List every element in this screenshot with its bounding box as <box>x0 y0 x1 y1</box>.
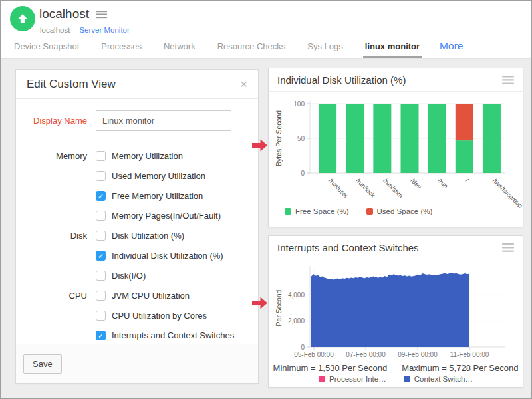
checkbox-label-jvm-cpu-utilization[interactable]: JVM CPU Utilization <box>112 291 190 301</box>
disk-chart-arrow <box>251 138 268 152</box>
svg-text:Per Second: Per Second <box>275 289 283 326</box>
tab-device-snapshot[interactable]: Device Snapshot <box>12 41 81 58</box>
group-label-disk: Disk <box>16 231 96 241</box>
legend-item-used-space[interactable]: Used Space (%) <box>366 207 433 215</box>
interrupts-card: Interrupts and Context Switches 02,0004,… <box>268 235 523 388</box>
checkbox-memory-pages-in-out-fault[interactable] <box>96 211 106 221</box>
legend-item-context-switch[interactable]: Context Switch… <box>404 375 473 383</box>
svg-text:100: 100 <box>293 100 305 108</box>
breadcrumb: localhost Server Monitor <box>40 26 130 34</box>
minimum-value: Minimum = 1,530 Per Second <box>273 363 388 373</box>
svg-text:Bytes Per Second: Bytes Per Second <box>275 110 283 166</box>
svg-text:/run: /run <box>437 177 450 190</box>
monitor-status-icon <box>10 6 35 31</box>
interrupts-chart-legend: Processor Inte…Context Switch… <box>269 375 523 383</box>
svg-text:/run/lock: /run/lock <box>354 177 376 199</box>
svg-text:/run/shm: /run/shm <box>382 177 404 200</box>
svg-text:05-Feb 00:00: 05-Feb 00:00 <box>294 351 334 358</box>
checkbox-free-memory-utilization[interactable]: ✓ <box>96 191 106 201</box>
group-label-memory: Memory <box>16 151 96 161</box>
disk-chart-menu-icon[interactable] <box>502 76 514 84</box>
legend-swatch <box>404 376 410 382</box>
checkbox-disk-i-o[interactable] <box>96 271 106 281</box>
disk-utilization-card: Individual Disk Utilization (%) 050100By… <box>268 68 523 227</box>
maximum-value: Maximum = 5,728 Per Second <box>402 363 518 373</box>
metric-row-individual-disk-utilization: ✓Individual Disk Utilization (%) <box>16 245 258 265</box>
metric-row-cpu-utilization-by-cores: CPU Utilization by Cores <box>16 305 258 325</box>
save-button[interactable]: Save <box>23 354 62 374</box>
checkbox-label-cpu-utilization-by-cores[interactable]: CPU Utilization by Cores <box>112 311 207 321</box>
tab-bar: Device SnapshotProcessesNetworkResource … <box>12 40 463 58</box>
up-arrow-icon <box>16 12 29 25</box>
legend-label: Processor Inte… <box>329 375 386 383</box>
metric-row-used-memory-utilization: Used Memory Utilization <box>16 166 258 186</box>
checkbox-jvm-cpu-utilization[interactable] <box>96 291 106 301</box>
interrupts-chart-plot: 02,0004,000Per Second05-Feb 00:0007-Feb … <box>273 262 515 361</box>
display-name-label: Display Name <box>16 116 96 126</box>
breadcrumb-server-monitor-link[interactable]: Server Monitor <box>79 26 129 34</box>
checkbox-label-disk-i-o[interactable]: Disk(I/O) <box>112 271 146 281</box>
tab-processes[interactable]: Processes <box>99 41 144 58</box>
tab-resource-checks[interactable]: Resource Checks <box>215 41 288 58</box>
svg-text:/sys/fs/cgroup: /sys/fs/cgroup <box>491 177 524 209</box>
metric-row-memory-utilization: MemoryMemory Utilization <box>16 146 258 166</box>
breadcrumb-host: localhost <box>40 26 70 34</box>
tab-linux-monitor[interactable]: linux monitor <box>363 41 422 58</box>
checkbox-label-interrupts-and-context-switches[interactable]: Interrupts and Context Switches <box>112 331 234 340</box>
tab-network[interactable]: Network <box>162 41 198 58</box>
interrupts-chart-title: Interrupts and Context Switches <box>277 242 419 253</box>
svg-text:/: / <box>464 177 471 184</box>
checkbox-label-free-memory-utilization[interactable]: Free Memory Utilization <box>112 191 203 201</box>
edit-custom-view-dialog: Edit Custom View × Display Name MemoryMe… <box>15 69 259 384</box>
svg-text:11-Feb 00:00: 11-Feb 00:00 <box>450 351 489 358</box>
interrupts-chart-menu-icon[interactable] <box>502 243 514 252</box>
group-label-cpu: CPU <box>16 291 96 301</box>
metric-row-memory-pages-in-out-fault: Memory Pages(In/Out/Fault) <box>16 205 258 225</box>
disk-chart-plot: 050100Bytes Per Second/run/user/run/lock… <box>273 94 515 206</box>
checkbox-used-memory-utilization[interactable] <box>96 171 106 181</box>
metric-row-interrupts-and-context-switches: ✓Interrupts and Context Switches <box>16 325 258 345</box>
disk-chart-legend: Free Space (%)Used Space (%) <box>285 207 523 215</box>
checkbox-individual-disk-utilization[interactable]: ✓ <box>96 251 106 261</box>
dialog-footer: Save <box>16 344 258 383</box>
svg-text:50: 50 <box>297 135 305 142</box>
tab-more[interactable]: More <box>440 40 463 58</box>
legend-item-processor-inte[interactable]: Processor Inte… <box>319 375 386 383</box>
svg-text:09-Feb 00:00: 09-Feb 00:00 <box>398 351 438 358</box>
svg-text:2,000: 2,000 <box>288 317 305 325</box>
page-title: localhost <box>39 7 89 21</box>
legend-item-free-space[interactable]: Free Space (%) <box>285 207 349 215</box>
checkbox-disk-utilization[interactable] <box>96 231 106 241</box>
checkbox-cpu-utilization-by-cores[interactable] <box>96 311 106 321</box>
display-name-input[interactable] <box>96 110 231 131</box>
checkbox-label-used-memory-utilization[interactable]: Used Memory Utilization <box>112 171 205 181</box>
legend-label: Used Space (%) <box>377 207 433 215</box>
checkbox-label-individual-disk-utilization[interactable]: Individual Disk Utilization (%) <box>112 251 223 261</box>
title-menu-icon[interactable] <box>96 10 107 19</box>
checkbox-label-disk-utilization[interactable]: Disk Utilization (%) <box>112 231 184 241</box>
checkbox-label-memory-utilization[interactable]: Memory Utilization <box>112 151 183 161</box>
header: localhost localhost Server Monitor Devic… <box>1 1 531 58</box>
checkbox-interrupts-and-context-switches[interactable]: ✓ <box>96 331 106 340</box>
metric-row-jvm-cpu-utilization: CPUJVM CPU Utilization <box>16 285 258 305</box>
svg-text:4,000: 4,000 <box>288 291 305 299</box>
metric-row-disk-utilization: DiskDisk Utilization (%) <box>16 225 258 245</box>
close-icon[interactable]: × <box>240 78 247 90</box>
metric-row-disk-i-o: Disk(I/O) <box>16 265 258 285</box>
interrupts-summary: Minimum = 1,530 Per Second Maximum = 5,7… <box>269 363 523 373</box>
legend-label: Context Switch… <box>414 375 473 383</box>
legend-swatch <box>285 208 291 215</box>
checkbox-label-memory-pages-in-out-fault[interactable]: Memory Pages(In/Out/Fault) <box>112 211 221 221</box>
disk-chart-title: Individual Disk Utilization (%) <box>277 74 406 86</box>
svg-text:/run/user: /run/user <box>327 177 350 200</box>
svg-text:0: 0 <box>301 344 305 351</box>
legend-swatch <box>366 208 373 215</box>
legend-swatch <box>319 376 325 382</box>
legend-label: Free Space (%) <box>295 207 349 215</box>
tab-sys-logs[interactable]: Sys Logs <box>305 41 344 58</box>
checkbox-memory-utilization[interactable] <box>96 151 106 161</box>
page-body: Edit Custom View × Display Name MemoryMe… <box>1 58 531 398</box>
svg-text:/dev: /dev <box>410 177 424 191</box>
display-name-row: Display Name <box>16 110 258 131</box>
metric-row-free-memory-utilization: ✓Free Memory Utilization <box>16 186 258 205</box>
